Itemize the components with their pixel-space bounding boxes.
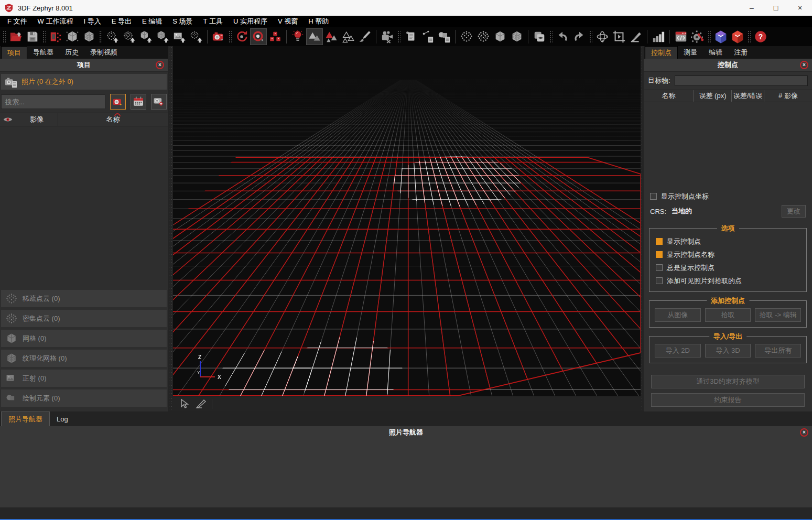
- left-item-1[interactable]: 密集点云 (0): [1, 310, 167, 327]
- toolbar-grip[interactable]: [549, 30, 553, 43]
- camera-view-icon[interactable]: [250, 28, 267, 45]
- tab-left-3[interactable]: 录制视频: [84, 46, 123, 59]
- tab-right-3[interactable]: 注册: [728, 46, 753, 59]
- viewport-3d[interactable]: Z Y X: [173, 46, 641, 411]
- record-video-icon[interactable]: [379, 28, 396, 45]
- table-header-2[interactable]: 误差/错误: [732, 90, 764, 102]
- photo-navigator-body[interactable]: [0, 439, 812, 507]
- upgrade-dense-icon[interactable]: [121, 28, 137, 45]
- add-camera-icon[interactable]: [210, 28, 227, 45]
- toolbar-grip[interactable]: [397, 30, 400, 43]
- io-button-0[interactable]: 导入 2D: [655, 344, 701, 358]
- tab-left-2[interactable]: 历史: [59, 46, 84, 59]
- table-header-0[interactable]: 名称: [644, 90, 694, 102]
- photo-list-empty-area[interactable]: [0, 126, 168, 290]
- settings-icon[interactable]: [689, 28, 706, 45]
- project-panel-close-icon[interactable]: ×: [156, 61, 164, 69]
- undo-icon[interactable]: [554, 28, 571, 45]
- left-splitter[interactable]: [168, 46, 173, 411]
- menu-item-9[interactable]: H 帮助: [303, 16, 334, 27]
- table-header-3[interactable]: # 影像: [764, 90, 812, 102]
- maximize-button[interactable]: □: [764, 0, 788, 16]
- target-input[interactable]: [675, 75, 808, 86]
- io-button-2[interactable]: 导出所有: [755, 344, 801, 358]
- upgrade-sparse-icon[interactable]: [104, 28, 121, 45]
- menu-item-8[interactable]: V 视窗: [273, 16, 303, 27]
- add-button-0[interactable]: 从图像: [655, 308, 701, 322]
- option-row-1[interactable]: 显示控制点名称: [654, 248, 802, 261]
- option-checkbox-1[interactable]: [656, 251, 663, 258]
- toolbar-grip[interactable]: [3, 30, 6, 43]
- tab-right-2[interactable]: 编辑: [703, 46, 728, 59]
- wireframe-view-icon[interactable]: [340, 28, 356, 45]
- crs-change-button[interactable]: 更改: [782, 205, 806, 218]
- option-checkbox-0[interactable]: [656, 238, 663, 245]
- save-project-icon[interactable]: [24, 28, 41, 45]
- visibility-eye-icon[interactable]: [0, 113, 16, 126]
- zephyr-logo-icon[interactable]: [712, 28, 729, 45]
- left-item-5[interactable]: 绘制元素 (0): [1, 389, 167, 407]
- add-button-2[interactable]: 拾取 -> 编辑: [755, 308, 801, 322]
- menu-item-2[interactable]: I 导入: [78, 16, 106, 27]
- close-button[interactable]: ×: [788, 0, 812, 16]
- filter-calendar-button[interactable]: [131, 94, 146, 110]
- dense-cloud-info-icon[interactable]: [475, 28, 492, 45]
- minimize-button[interactable]: –: [740, 0, 764, 16]
- masquerade-logo-icon[interactable]: [729, 28, 746, 45]
- project-report-icon[interactable]: [402, 28, 419, 45]
- paint-tool-icon[interactable]: [356, 28, 373, 45]
- control-points-close-icon[interactable]: ×: [800, 61, 808, 69]
- photo-navigator-close-icon[interactable]: ×: [800, 428, 808, 437]
- sparse-cloud-info-icon[interactable]: [458, 28, 475, 45]
- measure-setsquare-icon[interactable]: [195, 399, 207, 409]
- option-row-0[interactable]: 显示控制点: [654, 235, 802, 248]
- column-images[interactable]: 影像: [16, 113, 58, 126]
- upgrade-points-icon[interactable]: [188, 28, 204, 45]
- toolbar-grip[interactable]: [99, 30, 102, 43]
- grid-canvas[interactable]: [173, 46, 641, 396]
- upgrade-mesh-icon[interactable]: [137, 28, 154, 45]
- select-cursor-icon[interactable]: [179, 398, 190, 410]
- measure-tool-icon[interactable]: [627, 28, 644, 45]
- statistics-icon[interactable]: [650, 28, 667, 45]
- option-row-2[interactable]: 总是显示控制点: [654, 261, 802, 274]
- toolbar-grip[interactable]: [748, 30, 751, 43]
- visibility-layers-icon[interactable]: [531, 28, 548, 45]
- menu-item-7[interactable]: U 实用程序: [228, 16, 273, 27]
- shaded-view-icon[interactable]: [306, 28, 323, 45]
- generate-dense-cloud-icon[interactable]: [81, 28, 98, 45]
- console-icon[interactable]: [673, 28, 689, 45]
- menu-item-0[interactable]: F 文件: [2, 16, 33, 27]
- menu-item-6[interactable]: T 工具: [198, 16, 228, 27]
- lighting-icon[interactable]: [289, 28, 306, 45]
- tab-right-1[interactable]: 测量: [678, 46, 703, 59]
- orbit-tool-icon[interactable]: [594, 28, 611, 45]
- constraint-report-button[interactable]: 约束报告: [651, 393, 805, 407]
- textured-mesh-info-icon[interactable]: [508, 28, 525, 45]
- camera-blocks-icon[interactable]: [267, 28, 284, 45]
- textured-view-icon[interactable]: [323, 28, 340, 45]
- left-item-2[interactable]: 网格 (0): [1, 330, 167, 347]
- open-project-icon[interactable]: [7, 28, 24, 45]
- crop-tool-icon[interactable]: [611, 28, 627, 45]
- table-header-1[interactable]: 误差 (px): [694, 90, 732, 102]
- menu-item-3[interactable]: E 导出: [106, 16, 137, 27]
- photos-group-row[interactable]: 照片 (0 在之外 0): [1, 74, 167, 90]
- menu-item-4[interactable]: E 编辑: [137, 16, 167, 27]
- option-row-3[interactable]: 添加可见照片到拾取的点: [654, 274, 802, 287]
- points-report-icon[interactable]: [419, 28, 436, 45]
- toolbar-grip[interactable]: [589, 30, 592, 43]
- align-photos-icon[interactable]: [47, 28, 64, 45]
- redo-icon[interactable]: [571, 28, 588, 45]
- add-button-1[interactable]: 拾取: [705, 308, 751, 322]
- option-checkbox-2[interactable]: [656, 264, 663, 271]
- menu-item-5[interactable]: S 场景: [167, 16, 198, 27]
- tab-left-1[interactable]: 导航器: [27, 46, 59, 59]
- toolbar-grip[interactable]: [42, 30, 46, 43]
- tab-bottom-0[interactable]: 照片导航器: [1, 411, 50, 426]
- mesh-info-icon[interactable]: [492, 28, 508, 45]
- left-item-4[interactable]: 正射 (0): [1, 370, 167, 387]
- upgrade-textured-mesh-icon[interactable]: [154, 28, 171, 45]
- help-icon[interactable]: ?: [752, 28, 769, 45]
- toolbar-grip[interactable]: [708, 30, 711, 43]
